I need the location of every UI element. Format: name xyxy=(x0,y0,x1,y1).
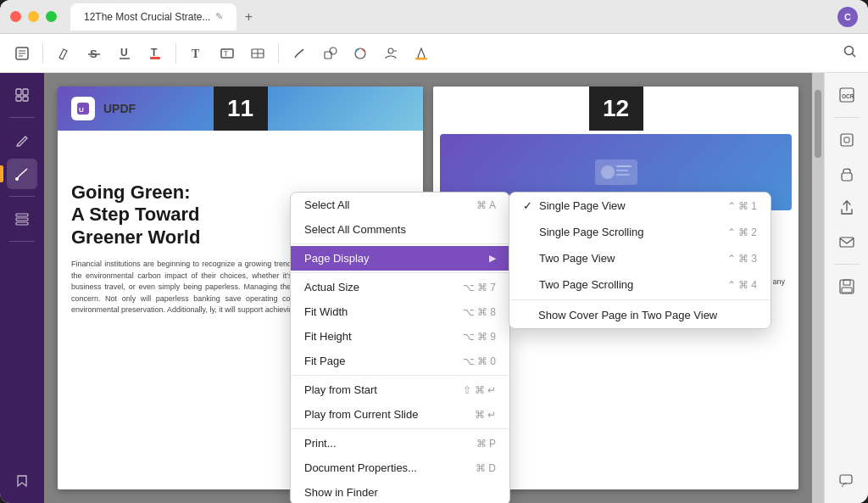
menu-item-print[interactable]: Print... ⌘ P xyxy=(291,431,509,455)
edit-tab-icon[interactable]: ✎ xyxy=(215,11,223,22)
sidebar-icon-annotate[interactable] xyxy=(7,159,37,189)
avatar[interactable]: C xyxy=(837,7,858,27)
active-indicator xyxy=(0,165,3,182)
submenu-shortcut-two-view: ⌃ ⌘ 3 xyxy=(727,253,757,265)
svg-point-19 xyxy=(388,48,393,53)
share-icon[interactable] xyxy=(832,193,862,223)
sidebar-icon-edit[interactable] xyxy=(7,125,37,155)
right-sidebar: OCR xyxy=(824,73,868,503)
menu-item-play-start[interactable]: Play from Start ⇧ ⌘ ↵ xyxy=(291,377,509,402)
toolbar-separator-2 xyxy=(175,43,176,64)
menu-shortcut-fit-page: ⌥ ⌘ 0 xyxy=(463,355,496,367)
svg-rect-36 xyxy=(616,165,632,167)
menu-item-play-current[interactable]: Play from Current Slide ⌘ ↵ xyxy=(291,402,509,427)
sidebar-sep-1 xyxy=(9,117,35,118)
menu-item-fit-height[interactable]: Fit Height ⌥ ⌘ 9 xyxy=(291,324,509,349)
underline-icon[interactable]: U xyxy=(113,42,136,65)
menu-item-actual-size[interactable]: Actual Size ⌥ ⌘ 7 xyxy=(291,275,509,299)
sidebar-sep-2 xyxy=(9,196,35,197)
comment-icon[interactable] xyxy=(832,466,862,496)
submenu-arrow-icon: ▶ xyxy=(489,253,496,264)
updf-logo-text: UPDF xyxy=(103,102,136,115)
scrollbar-thumb[interactable] xyxy=(815,90,821,158)
svg-rect-24 xyxy=(16,89,21,95)
toolbar-separator-1 xyxy=(42,43,43,64)
updf-logo-icon: U xyxy=(71,97,95,120)
menu-shortcut-actual-size: ⌥ ⌘ 7 xyxy=(463,282,496,293)
menu-shortcut-play-current: ⌘ ↵ xyxy=(475,409,496,421)
submenu-sep-1 xyxy=(509,299,771,300)
menu-item-doc-properties[interactable]: Document Properties... ⌘ D xyxy=(291,455,509,480)
pen-icon[interactable] xyxy=(287,42,311,65)
submenu-shortcut-single-scroll: ⌃ ⌘ 2 xyxy=(727,226,757,238)
save-icon[interactable] xyxy=(832,271,862,302)
document-tab[interactable]: 12The Most Crucial Strate... ✎ xyxy=(70,3,236,31)
svg-line-23 xyxy=(852,53,855,57)
note-icon[interactable] xyxy=(10,42,34,65)
email-icon[interactable] xyxy=(832,226,862,257)
menu-item-select-all-comments[interactable]: Select All Comments xyxy=(291,217,509,242)
page-number-11: 11 xyxy=(214,87,268,131)
maximize-button[interactable] xyxy=(46,11,57,22)
context-menu: Select All ⌘ A Select All Comments Page … xyxy=(290,192,510,503)
text-color-icon[interactable]: T xyxy=(143,42,167,65)
menu-shortcut-select-all: ⌘ A xyxy=(476,199,496,211)
strikethrough-icon[interactable]: S xyxy=(82,42,106,65)
user-icon[interactable] xyxy=(379,42,403,65)
app-window: 12The Most Crucial Strate... ✎ + C xyxy=(0,0,868,503)
sidebar-icon-bookmark[interactable] xyxy=(7,466,37,496)
menu-sep-2 xyxy=(291,272,509,273)
highlight-pen-icon[interactable] xyxy=(52,42,75,65)
menu-shortcut-fit-height: ⌥ ⌘ 9 xyxy=(463,331,496,343)
svg-rect-27 xyxy=(23,97,28,101)
menu-item-fit-width[interactable]: Fit Width ⌥ ⌘ 8 xyxy=(291,299,509,324)
sidebar-icon-organize[interactable] xyxy=(7,204,37,234)
menu-item-fit-page[interactable]: Fit Page ⌥ ⌘ 0 xyxy=(291,349,509,373)
scrollbar[interactable] xyxy=(812,73,824,503)
svg-point-28 xyxy=(15,177,19,181)
svg-rect-29 xyxy=(16,214,28,216)
tab-label: 12The Most Crucial Strate... xyxy=(84,11,210,23)
page-number-12: 12 xyxy=(589,87,643,131)
check-mark-single-view: ✓ xyxy=(523,199,532,212)
menu-item-page-display[interactable]: Page Display ▶ xyxy=(291,246,509,271)
svg-text:T: T xyxy=(151,47,158,59)
submenu-single-page-view[interactable]: ✓ Single Page View ⌃ ⌘ 1 xyxy=(509,193,771,219)
submenu-show-cover-page[interactable]: Show Cover Page in Two Page View xyxy=(509,302,771,328)
submenu-shortcut-single-view: ⌃ ⌘ 1 xyxy=(727,200,757,212)
svg-rect-37 xyxy=(616,170,628,171)
lock-icon[interactable] xyxy=(832,159,862,189)
svg-point-17 xyxy=(330,48,337,54)
text-box-icon[interactable]: T xyxy=(215,42,239,65)
submenu-two-page-view[interactable]: ✓ Two Page View ⌃ ⌘ 3 xyxy=(509,245,771,271)
menu-sep-1 xyxy=(291,243,509,244)
svg-rect-9 xyxy=(150,57,160,59)
text-icon[interactable]: T xyxy=(185,42,209,65)
close-button[interactable] xyxy=(10,11,21,22)
sidebar-sep-3 xyxy=(9,241,35,242)
svg-rect-25 xyxy=(23,89,28,95)
shapes-icon[interactable] xyxy=(318,42,342,65)
svg-text:T: T xyxy=(192,48,200,60)
menu-item-select-all[interactable]: Select All ⌘ A xyxy=(291,193,509,217)
svg-rect-30 xyxy=(16,218,28,221)
sidebar-icon-pages[interactable] xyxy=(7,80,37,110)
submenu-single-page-scrolling[interactable]: ✓ Single Page Scrolling ⌃ ⌘ 2 xyxy=(509,219,771,245)
menu-item-show-in-finder[interactable]: Show in Finder xyxy=(291,480,509,503)
search-icon[interactable] xyxy=(843,44,858,63)
color-picker-icon[interactable] xyxy=(348,42,372,65)
add-tab-button[interactable]: + xyxy=(240,8,257,25)
scan-icon[interactable] xyxy=(832,125,862,155)
tab-area: 12The Most Crucial Strate... ✎ + xyxy=(70,3,257,31)
table-icon[interactable] xyxy=(246,42,270,65)
menu-sep-4 xyxy=(291,428,509,429)
svg-rect-31 xyxy=(16,222,28,225)
fill-color-icon[interactable] xyxy=(409,42,433,65)
minimize-button[interactable] xyxy=(28,11,39,22)
ocr-icon[interactable]: OCR xyxy=(832,80,862,110)
menu-shortcut-play-start: ⇧ ⌘ ↵ xyxy=(463,384,496,396)
submenu-shortcut-two-scroll: ⌃ ⌘ 4 xyxy=(727,279,757,291)
traffic-lights xyxy=(10,11,57,22)
right-sidebar-sep-1 xyxy=(834,117,860,118)
submenu-two-page-scrolling[interactable]: ✓ Two Page Scrolling ⌃ ⌘ 4 xyxy=(509,271,771,298)
